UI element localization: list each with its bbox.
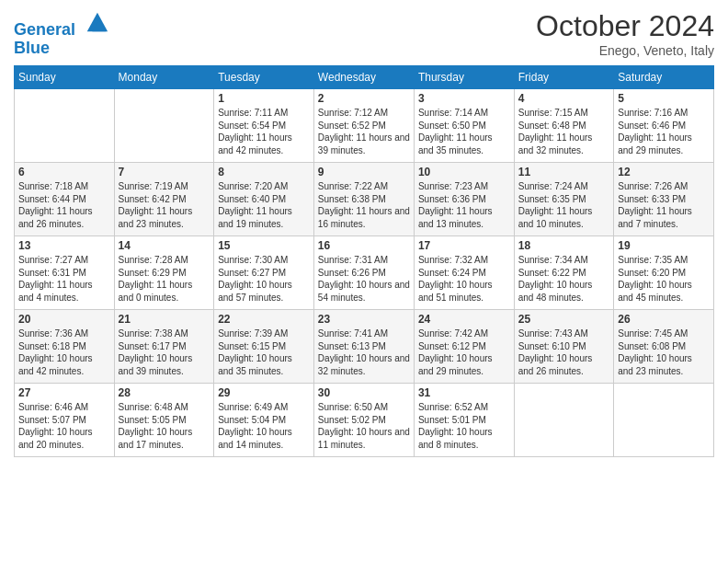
day-number: 10 [418,166,510,178]
day-info: Sunrise: 7:23 AM Sunset: 6:36 PM Dayligh… [418,180,510,230]
day-info: Sunrise: 7:22 AM Sunset: 6:38 PM Dayligh… [318,180,410,230]
day-info: Sunrise: 7:42 AM Sunset: 6:12 PM Dayligh… [418,327,510,377]
day-info: Sunrise: 6:52 AM Sunset: 5:01 PM Dayligh… [418,401,510,451]
day-number: 22 [218,313,310,326]
col-wednesday: Wednesday [313,66,414,89]
calendar-cell: 23Sunrise: 7:41 AM Sunset: 6:13 PM Dayli… [313,310,414,384]
calendar-week-2: 13Sunrise: 7:27 AM Sunset: 6:31 PM Dayli… [15,236,714,310]
day-number: 7 [119,166,210,178]
day-info: Sunrise: 7:16 AM Sunset: 6:46 PM Dayligh… [618,107,710,156]
page: General Blue October 2024 Enego, Veneto,… [0,0,728,466]
month-title: October 2024 [536,9,714,43]
day-info: Sunrise: 7:18 AM Sunset: 6:44 PM Dayligh… [18,180,110,230]
day-number: 18 [518,239,610,252]
day-number: 20 [18,313,110,326]
logo-text: General [14,9,109,40]
calendar-cell: 3Sunrise: 7:14 AM Sunset: 6:50 PM Daylig… [414,89,514,163]
day-number: 15 [218,239,310,252]
calendar-cell: 18Sunrise: 7:34 AM Sunset: 6:22 PM Dayli… [514,236,614,310]
calendar-cell: 9Sunrise: 7:22 AM Sunset: 6:38 PM Daylig… [313,163,414,236]
day-number: 13 [18,239,110,252]
day-number: 23 [318,313,410,326]
day-number: 12 [618,166,710,178]
day-info: Sunrise: 6:50 AM Sunset: 5:02 PM Dayligh… [318,401,410,451]
day-info: Sunrise: 7:20 AM Sunset: 6:40 PM Dayligh… [218,180,310,230]
calendar-cell [114,89,214,163]
col-monday: Monday [114,66,214,89]
calendar-cell: 19Sunrise: 7:35 AM Sunset: 6:20 PM Dayli… [614,236,714,310]
calendar-cell [15,89,115,163]
calendar-cell: 29Sunrise: 6:49 AM Sunset: 5:04 PM Dayli… [214,384,314,457]
calendar-cell: 4Sunrise: 7:15 AM Sunset: 6:48 PM Daylig… [514,89,614,163]
day-info: Sunrise: 7:11 AM Sunset: 6:54 PM Dayligh… [218,107,310,156]
calendar-cell: 8Sunrise: 7:20 AM Sunset: 6:40 PM Daylig… [214,163,314,236]
day-number: 29 [218,386,310,399]
day-info: Sunrise: 6:48 AM Sunset: 5:05 PM Dayligh… [119,401,210,451]
logo-general: General [14,20,75,39]
calendar-week-3: 20Sunrise: 7:36 AM Sunset: 6:18 PM Dayli… [15,310,714,384]
day-info: Sunrise: 7:45 AM Sunset: 6:08 PM Dayligh… [618,327,710,377]
calendar-week-0: 1Sunrise: 7:11 AM Sunset: 6:54 PM Daylig… [15,89,714,163]
day-info: Sunrise: 7:31 AM Sunset: 6:26 PM Dayligh… [318,254,410,304]
calendar-cell: 21Sunrise: 7:38 AM Sunset: 6:17 PM Dayli… [114,310,214,384]
day-number: 2 [318,92,410,105]
logo-icon [84,9,109,35]
day-number: 5 [618,92,710,105]
day-info: Sunrise: 7:39 AM Sunset: 6:15 PM Dayligh… [218,327,310,377]
calendar-cell: 17Sunrise: 7:32 AM Sunset: 6:24 PM Dayli… [414,236,514,310]
day-info: Sunrise: 7:38 AM Sunset: 6:17 PM Dayligh… [119,327,210,377]
day-number: 14 [119,239,210,252]
calendar-cell: 15Sunrise: 7:30 AM Sunset: 6:27 PM Dayli… [214,236,314,310]
calendar-cell [614,384,714,457]
day-info: Sunrise: 7:14 AM Sunset: 6:50 PM Dayligh… [418,107,510,156]
day-number: 24 [418,313,510,326]
calendar: Sunday Monday Tuesday Wednesday Thursday… [14,65,714,457]
day-info: Sunrise: 6:46 AM Sunset: 5:07 PM Dayligh… [18,401,110,451]
calendar-cell [514,384,614,457]
day-info: Sunrise: 7:12 AM Sunset: 6:52 PM Dayligh… [318,107,410,156]
day-info: Sunrise: 7:19 AM Sunset: 6:42 PM Dayligh… [119,180,210,230]
logo-blue: Blue [14,40,109,58]
day-info: Sunrise: 7:15 AM Sunset: 6:48 PM Dayligh… [518,107,610,156]
calendar-week-1: 6Sunrise: 7:18 AM Sunset: 6:44 PM Daylig… [15,163,714,236]
col-tuesday: Tuesday [214,66,314,89]
day-number: 17 [418,239,510,252]
col-saturday: Saturday [614,66,714,89]
logo: General Blue [14,9,109,58]
calendar-cell: 2Sunrise: 7:12 AM Sunset: 6:52 PM Daylig… [313,89,414,163]
day-number: 4 [518,92,610,105]
day-number: 26 [618,313,710,326]
calendar-cell: 25Sunrise: 7:43 AM Sunset: 6:10 PM Dayli… [514,310,614,384]
day-info: Sunrise: 7:24 AM Sunset: 6:35 PM Dayligh… [518,180,610,230]
day-info: Sunrise: 7:30 AM Sunset: 6:27 PM Dayligh… [218,254,310,304]
day-info: Sunrise: 7:35 AM Sunset: 6:20 PM Dayligh… [618,254,710,304]
calendar-cell: 13Sunrise: 7:27 AM Sunset: 6:31 PM Dayli… [15,236,115,310]
calendar-cell: 20Sunrise: 7:36 AM Sunset: 6:18 PM Dayli… [15,310,115,384]
calendar-week-4: 27Sunrise: 6:46 AM Sunset: 5:07 PM Dayli… [15,384,714,457]
col-thursday: Thursday [414,66,514,89]
calendar-cell: 27Sunrise: 6:46 AM Sunset: 5:07 PM Dayli… [15,384,115,457]
col-sunday: Sunday [15,66,115,89]
day-info: Sunrise: 7:43 AM Sunset: 6:10 PM Dayligh… [518,327,610,377]
day-number: 16 [318,239,410,252]
day-number: 27 [18,386,110,399]
calendar-cell: 1Sunrise: 7:11 AM Sunset: 6:54 PM Daylig… [214,89,314,163]
calendar-cell: 16Sunrise: 7:31 AM Sunset: 6:26 PM Dayli… [313,236,414,310]
day-number: 3 [418,92,510,105]
calendar-cell: 10Sunrise: 7:23 AM Sunset: 6:36 PM Dayli… [414,163,514,236]
day-number: 28 [119,386,210,399]
title-block: October 2024 Enego, Veneto, Italy [536,9,714,58]
calendar-header-row: Sunday Monday Tuesday Wednesday Thursday… [15,66,714,89]
calendar-cell: 12Sunrise: 7:26 AM Sunset: 6:33 PM Dayli… [614,163,714,236]
day-number: 25 [518,313,610,326]
calendar-cell: 22Sunrise: 7:39 AM Sunset: 6:15 PM Dayli… [214,310,314,384]
calendar-cell: 26Sunrise: 7:45 AM Sunset: 6:08 PM Dayli… [614,310,714,384]
day-info: Sunrise: 7:32 AM Sunset: 6:24 PM Dayligh… [418,254,510,304]
day-number: 11 [518,166,610,178]
day-number: 30 [318,386,410,399]
day-info: Sunrise: 7:41 AM Sunset: 6:13 PM Dayligh… [318,327,410,377]
day-info: Sunrise: 6:49 AM Sunset: 5:04 PM Dayligh… [218,401,310,451]
day-info: Sunrise: 7:28 AM Sunset: 6:29 PM Dayligh… [119,254,210,304]
day-number: 21 [119,313,210,326]
calendar-cell: 5Sunrise: 7:16 AM Sunset: 6:46 PM Daylig… [614,89,714,163]
